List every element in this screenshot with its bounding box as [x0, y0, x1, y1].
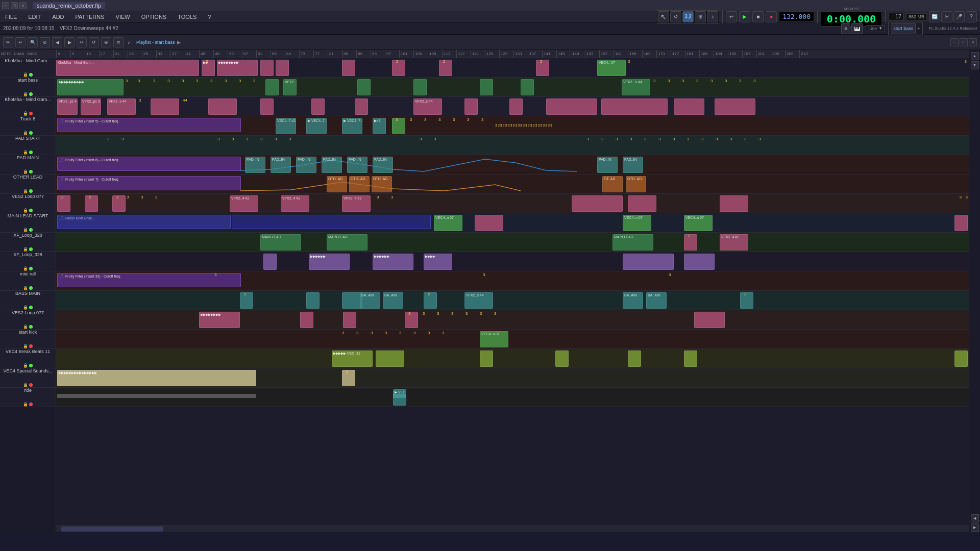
- window-size-controls[interactable]: ─ □ ×: [950, 38, 977, 46]
- pattern-block[interactable]: [623, 254, 674, 270]
- active-dot-11[interactable]: [29, 267, 33, 270]
- pattern-block[interactable]: BA..AIN: [383, 292, 403, 309]
- pattern-block[interactable]: VFX2..s 44: [413, 98, 442, 115]
- pattern-block[interactable]: OTH..AD: [349, 176, 370, 192]
- pattern-block[interactable]: VFX2..ps 3: [81, 98, 101, 115]
- loop-tool[interactable]: ↺: [89, 37, 99, 47]
- pattern-block[interactable]: [260, 98, 274, 115]
- active-dot-9[interactable]: [29, 228, 33, 232]
- pattern-block[interactable]: OT..AD: [602, 176, 623, 192]
- pattern-block[interactable]: [357, 79, 371, 95]
- cut-tool[interactable]: ✂: [77, 37, 87, 47]
- draw-tool[interactable]: ✏: [3, 37, 13, 47]
- pattern-block[interactable]: PAD..IN: [597, 157, 618, 173]
- menu-tools[interactable]: TOOLS: [176, 13, 199, 21]
- filter-bar-2[interactable]: 🎵 Fruity Filter (Insert 6) - Cutoff freq: [57, 157, 241, 171]
- pattern-block[interactable]: [240, 292, 253, 309]
- piano-btn[interactable]: 🎹: [851, 23, 863, 34]
- menu-edit[interactable]: EDIT: [26, 13, 43, 21]
- pattern-block[interactable]: MAIN LEAD: [327, 234, 368, 251]
- close-button[interactable]: ×: [19, 2, 27, 9]
- pattern-block[interactable]: [475, 215, 503, 231]
- stop-btn[interactable]: ■: [752, 11, 764, 22]
- pattern-block[interactable]: PAD..IN: [245, 157, 265, 173]
- win-ctrl-2[interactable]: □: [960, 38, 968, 46]
- pattern-block[interactable]: [740, 292, 753, 309]
- pattern-block[interactable]: ▶▶▶▶▶▶▶▶: [199, 312, 240, 328]
- lock-icon-9[interactable]: 🔒: [23, 228, 28, 232]
- window-controls[interactable]: ─ □ ×: [2, 2, 27, 9]
- pattern-block[interactable]: [464, 98, 478, 115]
- pattern-block[interactable]: VFX2...s 44: [283, 79, 297, 95]
- record-btn[interactable]: ●: [766, 11, 777, 22]
- back-btn[interactable]: ◀: [52, 37, 62, 47]
- maximize-button[interactable]: □: [11, 2, 18, 9]
- pattern-block[interactable]: OTH..AD: [626, 176, 646, 192]
- pattern-block[interactable]: [392, 118, 405, 134]
- pattern-block[interactable]: [260, 60, 274, 76]
- active-dot-14[interactable]: [29, 325, 33, 329]
- menu-help[interactable]: ?: [206, 13, 213, 21]
- menu-options[interactable]: OPTIONS: [139, 13, 169, 21]
- filter-bar-4[interactable]: 🎵 Fruity Filter (Insert 33) - Cutoff fre…: [57, 273, 241, 287]
- right-panel-btn-3[interactable]: ◀: [971, 514, 979, 522]
- pattern-block[interactable]: [392, 60, 405, 76]
- zoom-in-btn[interactable]: ⊕: [101, 37, 111, 47]
- win-ctrl-1[interactable]: ─: [950, 38, 959, 46]
- pattern-block[interactable]: ▶▶▶▶▶▶▶▶: [217, 60, 258, 76]
- pattern-block[interactable]: [628, 350, 641, 367]
- pattern-mode-btn[interactable]: 3.2: [682, 11, 694, 22]
- pattern-block[interactable]: PAD..IN: [271, 157, 291, 173]
- pattern-block[interactable]: VEC4.. 07: [597, 60, 626, 76]
- rewind-btn[interactable]: ↩: [726, 11, 737, 22]
- lock-icon-18[interactable]: 🔒: [23, 402, 28, 407]
- pattern-block[interactable]: [151, 98, 179, 115]
- lock-icon-7[interactable]: 🔒: [23, 189, 28, 193]
- pattern-block[interactable]: [628, 195, 656, 212]
- menu-view[interactable]: VIEW: [114, 13, 132, 21]
- lock-icon-6[interactable]: 🔒: [23, 169, 28, 174]
- right-panel-btn-4[interactable]: ▶: [971, 523, 979, 532]
- pattern-block[interactable]: [536, 60, 549, 76]
- lock-icon-8[interactable]: 🔒: [23, 208, 28, 213]
- pattern-block[interactable]: PAD..IN: [296, 157, 316, 173]
- cursor-tool-btn[interactable]: ↖: [658, 11, 669, 22]
- horizontal-scrollbar[interactable]: [56, 525, 969, 532]
- pattern-block[interactable]: ▶ VEC4..7 #2: [306, 118, 327, 134]
- pattern-block[interactable]: MAIN LEAD: [612, 234, 653, 251]
- pattern-block[interactable]: [300, 312, 313, 328]
- active-dot-10[interactable]: [29, 247, 33, 251]
- pattern-block[interactable]: VFX2..4 #2: [342, 195, 371, 212]
- step-btn[interactable]: ⊞: [695, 11, 706, 22]
- lock-icon-2[interactable]: 🔒: [23, 92, 28, 96]
- active-dot-2[interactable]: [29, 92, 33, 96]
- pattern-block[interactable]: BA..AIN: [646, 292, 667, 309]
- filter-bar-1[interactable]: 🎵 Fruity Filter (Insert 5) - Cutoff freq: [57, 118, 241, 132]
- lock-icon-15[interactable]: 🔒: [23, 344, 28, 348]
- lock-icon-10[interactable]: 🔒: [23, 247, 28, 252]
- erase-tool[interactable]: ⊘: [40, 37, 50, 47]
- help-btn[interactable]: ?: [966, 11, 977, 22]
- pattern-block[interactable]: ▶▶▶▶▶▶▶▶▶▶: [57, 79, 124, 95]
- loop-btn[interactable]: ↺: [670, 11, 681, 22]
- lock-icon-1[interactable]: 🔒: [23, 72, 28, 77]
- pattern-block[interactable]: [57, 195, 70, 212]
- pattern-block[interactable]: ▶↑3: [373, 118, 386, 134]
- pattern-block[interactable]: ▶▶▶▶: [424, 254, 452, 270]
- play-btn[interactable]: ▶: [739, 11, 750, 22]
- menu-add[interactable]: ADD: [50, 13, 66, 21]
- pattern-block[interactable]: PAD..IN: [623, 157, 643, 173]
- pattern-block[interactable]: VFX2..ps 44: [57, 98, 78, 115]
- pattern-block[interactable]: PAD..IN: [347, 157, 368, 173]
- active-dot-13[interactable]: [29, 306, 33, 309]
- lock-icon-14[interactable]: 🔒: [23, 324, 28, 329]
- active-dot-7[interactable]: [29, 189, 33, 193]
- pattern-block[interactable]: [954, 215, 968, 231]
- pattern-block[interactable]: PAD..IN: [322, 157, 342, 173]
- pattern-block[interactable]: [684, 254, 715, 270]
- minimize-button[interactable]: ─: [2, 2, 9, 9]
- waveform-btn[interactable]: ≋: [113, 37, 124, 47]
- pattern-block[interactable]: PAD..IN: [373, 157, 393, 173]
- pattern-block[interactable]: [342, 292, 362, 309]
- active-dot-15[interactable]: [29, 344, 33, 348]
